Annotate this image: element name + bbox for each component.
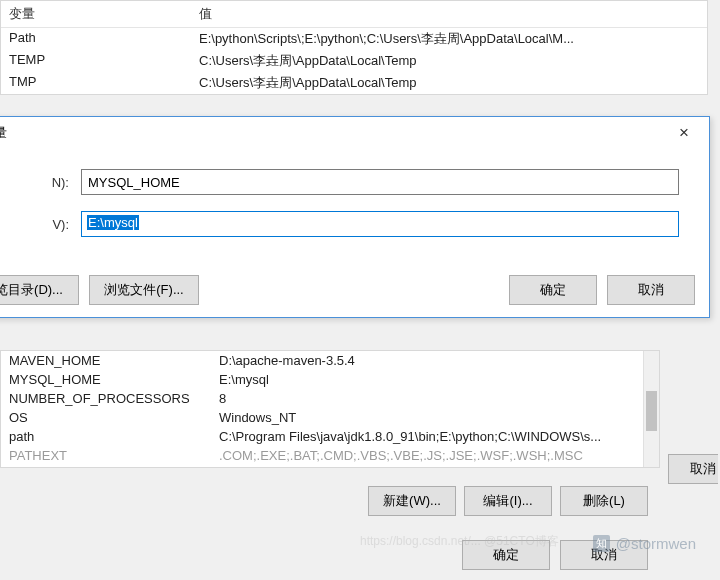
ok-button[interactable]: 确定 (509, 275, 597, 305)
edit-button[interactable]: 编辑(I)... (464, 486, 552, 516)
variable-name-input[interactable] (81, 169, 679, 195)
system-variables-buttons: 新建(W)... 编辑(I)... 删除(L) (0, 476, 660, 526)
dialog-footer-buttons: 确定 取消 (0, 532, 660, 578)
delete-button[interactable]: 删除(L) (560, 486, 648, 516)
browse-directory-button[interactable]: 览目录(D)... (0, 275, 79, 305)
system-variables-table[interactable]: MAVEN_HOME D:\apache-maven-3.5.4 MYSQL_H… (0, 350, 660, 468)
browse-file-button[interactable]: 浏览文件(F)... (89, 275, 199, 305)
edit-variable-dialog: 变量 × N): V): E:\mysql 览目录(D)... 浏览文件(F).… (0, 116, 710, 318)
variable-value-input[interactable] (81, 211, 679, 237)
dialog-title: 变量 (0, 124, 7, 142)
user-variables-table[interactable]: 变量 值 Path E:\python\Scripts\;E:\python\;… (0, 0, 708, 95)
column-header-variable[interactable]: 变量 (9, 5, 199, 23)
close-icon[interactable]: × (669, 123, 699, 143)
table-row[interactable]: PATHEXT .COM;.EXE;.BAT;.CMD;.VBS;.VBE;.J… (1, 446, 659, 465)
table-row[interactable]: MYSQL_HOME E:\mysql (1, 370, 659, 389)
table-row[interactable]: path C:\Program Files\java\jdk1.8.0_91\b… (1, 427, 659, 446)
table-row[interactable]: NUMBER_OF_PROCESSORS 8 (1, 389, 659, 408)
outer-cancel-button[interactable]: 取消 (668, 454, 718, 484)
table-row[interactable]: OS Windows_NT (1, 408, 659, 427)
scrollbar-thumb[interactable] (646, 391, 657, 431)
footer-cancel-button[interactable]: 取消 (560, 540, 648, 570)
table-row[interactable]: MAVEN_HOME D:\apache-maven-3.5.4 (1, 351, 659, 370)
variable-name-label: N): (0, 175, 81, 190)
table-row[interactable]: TEMP C:\Users\李垚周\AppData\Local\Temp (1, 50, 707, 72)
variable-value-label: V): (0, 217, 81, 232)
scrollbar[interactable] (643, 351, 659, 467)
table-row[interactable]: Path E:\python\Scripts\;E:\python\;C:\Us… (1, 28, 707, 50)
table-row[interactable]: TMP C:\Users\李垚周\AppData\Local\Temp (1, 72, 707, 94)
footer-ok-button[interactable]: 确定 (462, 540, 550, 570)
cancel-button[interactable]: 取消 (607, 275, 695, 305)
column-header-value[interactable]: 值 (199, 5, 699, 23)
new-button[interactable]: 新建(W)... (368, 486, 456, 516)
